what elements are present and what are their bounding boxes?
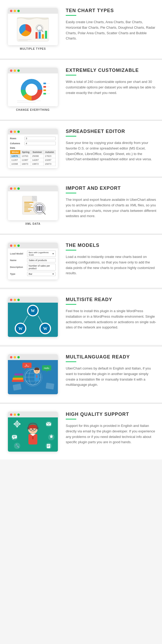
svg-rect-77 [46,383,54,390]
window-titlebar [8,8,58,14]
section-right-chart-types: TEN CHART TYPES Easily create Line Chart… [60,8,157,41]
dot-red-6 [10,299,12,301]
section-right-support: HIGH QUALITY SUPPORT Support for this pl… [60,412,157,445]
svg-point-90 [16,423,18,425]
section-right-customizable: EXTREMELY CUSTOMIZABLE With a total of 2… [60,68,157,96]
section-left-customizable: CHANGE EVERYTHING [5,68,60,111]
section-ten-chart-types: MULTIPLE TYPES TEN CHART TYPES Easily cr… [0,0,162,58]
load-model-value: Bars with Logarithmic Scale [29,251,52,256]
window-frame-chart-types [8,8,58,45]
rows-input[interactable]: 3 [24,137,56,140]
svg-rect-21 [43,89,46,91]
dot-red-5 [10,244,12,247]
support-svg: ★ 🔧 [8,417,58,452]
type-value: Bar [29,273,32,275]
dot-yellow-7 [14,356,16,358]
svg-rect-60 [14,376,23,378]
svg-rect-23 [43,93,46,94]
dot-red-2 [10,69,12,72]
svg-rect-19 [43,86,46,88]
description-input[interactable]: Number of sales per product [27,264,56,271]
svg-rect-4 [42,34,44,39]
window-frame-customizable [8,68,58,106]
section-left-spreadsheet: Rows 3 Columns 4 Data Winter Spring Summ… [5,129,60,168]
caption-multiple-types: MULTIPLE TYPES [20,47,46,50]
window-frame-models: Load Model Bars with Logarithmic Scale ▼… [8,243,58,279]
donut-svg [14,76,51,104]
underline-models [66,250,76,251]
window-body-chart [8,14,58,45]
window-body-support: ★ 🔧 [8,417,58,452]
dot-green-7 [17,356,20,358]
svg-rect-34 [24,209,28,209]
window-frame-multilang: ريال Hello [8,354,58,394]
svg-rect-86 [37,427,38,430]
type-select[interactable]: Bar ▼ [27,272,56,276]
cell-0-3: 17823 [44,154,56,158]
window-titlebar-6 [8,297,58,303]
svg-rect-42 [39,206,40,211]
svg-rect-44 [42,206,42,211]
cell-2-0: 10398 [10,162,21,166]
rows-label: Rows [10,137,24,140]
dot-yellow [14,10,16,12]
dot-green-5 [17,244,20,247]
multilang-svg: ريال Hello [8,360,58,394]
section-right-models: THE MODELS Load a model to instantly cre… [60,243,157,276]
model-row-type: Type Bar ▼ [10,272,56,276]
load-model-select[interactable]: Bars with Logarithmic Scale ▼ [27,251,56,257]
cell-2-1: 16873 [21,162,31,166]
chevron-down-icon: ▼ [52,253,54,255]
dot-green-4 [17,187,20,190]
window-titlebar-4 [8,186,58,191]
svg-rect-58 [12,380,24,382]
spreadsheet-table: Winter Spring Summer Autumn 12876 13763 … [10,150,56,166]
section-right-multisite: MULTISITE READY Feel free to install thi… [60,297,157,330]
svg-rect-85 [27,427,29,430]
svg-rect-2 [36,32,38,39]
section-customizable: CHANGE EVERYTHING EXTREMELY CUSTOMIZABLE… [0,60,162,119]
window-titlebar-7 [8,354,58,360]
dot-red [10,10,12,12]
multisite-svg: W W W [8,303,58,337]
cell-0-0: 12876 [10,154,21,158]
text-spreadsheet: Save your time by copying your data dire… [66,140,157,162]
title-support: HIGH QUALITY SUPPORT [66,412,157,417]
underline-spreadsheet [66,136,76,137]
description-label: Description [10,266,27,268]
window-body-donut [8,73,58,106]
window-titlebar-5 [8,243,58,248]
window-titlebar-8 [8,412,58,417]
section-models: Load Model Bars with Logarithmic Scale ▼… [0,235,162,287]
title-spreadsheet: SPREADSHEET EDITOR [66,129,157,134]
window-titlebar-3 [8,129,58,134]
table-row: 12876 13763 25098 17823 [10,154,56,158]
model-row-name: Name Sales of products [10,258,56,262]
svg-rect-93 [14,423,15,425]
text-multisite: Feel free to install this plugin in a si… [66,308,157,330]
underline-chart-types [66,15,76,16]
underline-customizable [66,75,76,76]
section-multilanguage: ريال Hello MULTILANGUAGE READY UberChart… [0,346,162,402]
title-multilang: MULTILANGUAGE READY [66,354,157,360]
cols-input[interactable]: 4 [24,142,56,145]
svg-text:🔧: 🔧 [15,444,20,448]
cols-label: Columns [10,142,24,145]
name-input[interactable]: Sales of products [27,258,56,262]
svg-text:Hello: Hello [44,367,49,370]
svg-rect-94 [19,423,21,425]
svg-rect-61 [14,373,23,376]
section-left-multilang: ريال Hello [5,354,60,394]
chart-types-svg [14,16,51,43]
dot-green [17,10,20,12]
text-multilang: UberChart comes by default in English an… [66,366,157,388]
section-right-spreadsheet: SPREADSHEET EDITOR Save your time by cop… [60,129,157,162]
title-import: IMPORT AND EXPORT [66,186,157,191]
svg-rect-91 [17,421,18,422]
cell-1-3: 13287 [44,158,56,162]
underline-multilang [66,361,76,362]
cell-1-1: 11987 [21,158,31,162]
section-left-models: Load Model Bars with Logarithmic Scale ▼… [5,243,60,279]
window-frame-multisite: W W W [8,297,58,337]
col-header-summer: Summer [31,150,44,154]
